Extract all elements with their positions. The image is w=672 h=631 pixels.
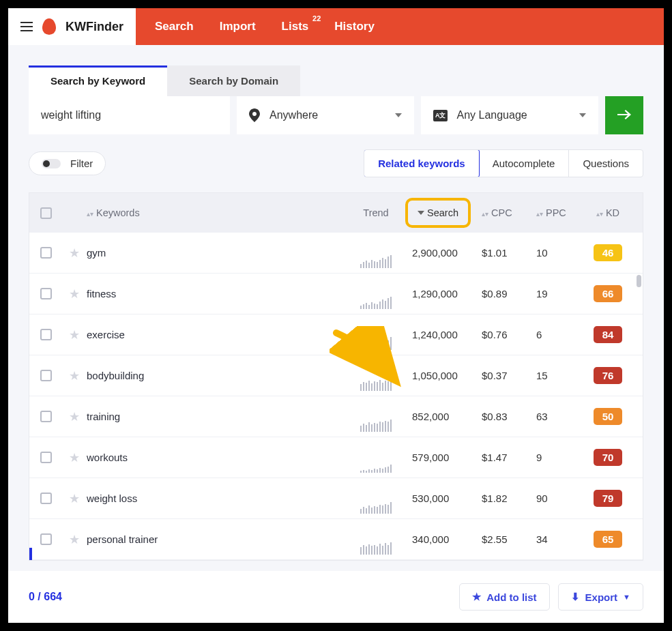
kd-badge: 65 — [594, 531, 622, 548]
th-trend[interactable]: Trend — [345, 207, 407, 218]
row-checkbox[interactable] — [40, 452, 52, 463]
trend-sparkline — [345, 332, 407, 350]
favorite-star-icon[interactable]: ★ — [69, 492, 80, 505]
nav-import[interactable]: Import — [220, 20, 256, 33]
ppc-value: 6 — [536, 329, 584, 340]
view-tab-autocomplete[interactable]: Autocomplete — [479, 150, 570, 177]
hamburger-icon[interactable] — [20, 22, 33, 31]
search-button[interactable] — [605, 96, 643, 134]
app-window: KWFinder Search Import Lists 22 History … — [8, 8, 664, 623]
row-checkbox[interactable] — [40, 533, 52, 545]
scrollbar-thumb[interactable] — [637, 275, 641, 287]
kd-badge: 84 — [594, 326, 622, 343]
top-bar: KWFinder Search Import Lists 22 History — [8, 8, 664, 45]
th-cpc[interactable]: ▴▾CPC — [482, 207, 536, 218]
keyword-text[interactable]: exercise — [87, 329, 125, 340]
keyword-text[interactable]: workouts — [87, 452, 128, 463]
trend-sparkline — [345, 496, 407, 514]
search-volume: 1,290,000 — [407, 288, 482, 299]
search-row: Anywhere A文 Any Language — [29, 96, 643, 134]
location-dropdown[interactable]: Anywhere — [237, 96, 414, 134]
row-checkbox[interactable] — [40, 288, 52, 299]
footer-actions: ★ Add to list ⬇ Export ▼ — [459, 583, 643, 611]
logo-icon — [42, 18, 56, 35]
favorite-star-icon[interactable]: ★ — [69, 287, 80, 301]
cpc-value: $0.37 — [482, 370, 536, 381]
kd-badge: 70 — [594, 449, 622, 466]
kd-badge: 50 — [594, 408, 622, 425]
row-checkbox[interactable] — [40, 370, 52, 381]
kd-badge: 66 — [594, 285, 622, 302]
row-checkbox[interactable] — [40, 329, 52, 340]
search-volume: 2,900,000 — [407, 247, 482, 259]
select-all-checkbox[interactable] — [40, 207, 52, 219]
chevron-down-icon — [395, 113, 402, 117]
search-volume: 852,000 — [407, 411, 482, 422]
th-kd[interactable]: ▴▾KD — [584, 207, 632, 218]
trend-sparkline — [345, 373, 407, 391]
cpc-value: $1.47 — [482, 452, 536, 463]
table-row: ★ gym 2,900,000 $1.01 10 46 — [29, 233, 643, 274]
favorite-star-icon[interactable]: ★ — [69, 246, 80, 260]
brand-section: KWFinder — [8, 8, 136, 45]
table-row: ★ training 852,000 $0.83 63 50 — [29, 396, 643, 437]
search-volume: 530,000 — [407, 493, 482, 504]
row-checkbox[interactable] — [40, 493, 52, 504]
cpc-value: $1.82 — [482, 493, 536, 504]
nav-lists[interactable]: Lists 22 — [282, 20, 309, 33]
brand-name: KWFinder — [65, 20, 123, 34]
sort-icon: ▴▾ — [87, 210, 93, 218]
table-header: ▴▾Keywords Trend Search ▴▾CPC ▴▾PPC ▴▾KD — [29, 193, 643, 233]
keyword-text[interactable]: personal trainer — [87, 533, 158, 545]
th-ppc[interactable]: ▴▾PPC — [536, 207, 584, 218]
keyword-input[interactable] — [41, 109, 218, 121]
th-keywords[interactable]: ▴▾Keywords — [87, 207, 345, 218]
keyword-text[interactable]: bodybuilding — [87, 370, 144, 381]
ppc-value: 34 — [536, 533, 584, 545]
trend-sparkline — [345, 291, 407, 309]
add-to-list-button[interactable]: ★ Add to list — [459, 583, 549, 611]
view-tab-related[interactable]: Related keywords — [364, 149, 480, 177]
keyword-text[interactable]: gym — [87, 247, 106, 259]
cpc-value: $1.01 — [482, 247, 536, 259]
kd-badge: 46 — [594, 244, 622, 261]
keyword-text[interactable]: training — [87, 411, 120, 422]
keyword-text[interactable]: weight loss — [87, 493, 137, 504]
search-volume: 1,050,000 — [407, 370, 482, 381]
row-checkbox[interactable] — [40, 247, 52, 259]
tab-search-by-keyword[interactable]: Search by Keyword — [29, 65, 167, 96]
selection-indicator — [29, 548, 32, 560]
trend-sparkline — [345, 537, 407, 555]
favorite-star-icon[interactable]: ★ — [69, 328, 80, 342]
search-mode-tabs: Search by Keyword Search by Domain — [29, 65, 643, 96]
filter-toggle[interactable]: Filter — [29, 151, 106, 175]
tab-search-by-domain[interactable]: Search by Domain — [167, 65, 300, 96]
favorite-star-icon[interactable]: ★ — [69, 410, 80, 424]
table-row: ★ bodybuilding 1,050,000 $0.37 15 76 — [29, 355, 643, 396]
favorite-star-icon[interactable]: ★ — [69, 533, 80, 546]
nav-search[interactable]: Search — [155, 20, 194, 33]
ppc-value: 63 — [536, 411, 584, 422]
export-button[interactable]: ⬇ Export ▼ — [558, 583, 643, 611]
location-pin-icon — [249, 108, 260, 122]
nav-lists-label: Lists — [282, 20, 309, 33]
nav-history[interactable]: History — [334, 20, 375, 33]
search-input-wrap — [29, 96, 230, 134]
download-icon: ⬇ — [571, 591, 580, 603]
th-search[interactable]: Search — [407, 198, 482, 228]
search-volume: 340,000 — [407, 533, 482, 545]
search-volume: 1,240,000 — [407, 329, 482, 340]
keyword-text[interactable]: fitness — [87, 288, 116, 299]
view-tab-questions[interactable]: Questions — [569, 150, 643, 177]
cpc-value: $0.83 — [482, 411, 536, 422]
sort-desc-icon — [418, 211, 424, 215]
ppc-value: 9 — [536, 452, 584, 463]
table-row: ★ exercise 1,240,000 $0.76 6 84 — [29, 314, 643, 355]
language-dropdown[interactable]: A文 Any Language — [421, 96, 598, 134]
ppc-value: 19 — [536, 288, 584, 299]
controls-row: Filter Related keywords Autocomplete Que… — [29, 149, 643, 177]
arrow-right-icon — [617, 110, 631, 121]
row-checkbox[interactable] — [40, 411, 52, 422]
favorite-star-icon[interactable]: ★ — [69, 451, 80, 465]
favorite-star-icon[interactable]: ★ — [69, 369, 80, 383]
